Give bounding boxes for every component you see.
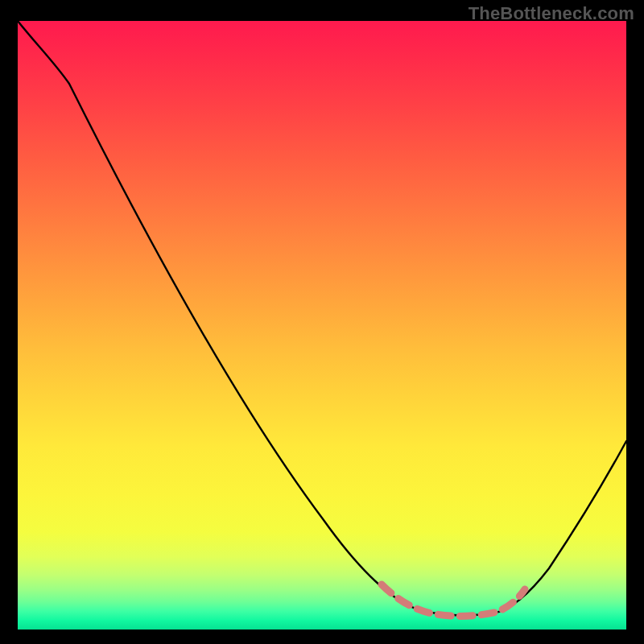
curve-svg — [18, 21, 626, 630]
chart-stage: TheBottleneck.com — [0, 0, 644, 644]
bottleneck-curve — [18, 21, 626, 616]
optimal-range-marker — [382, 584, 525, 616]
plot-area — [18, 21, 626, 630]
attribution-label: TheBottleneck.com — [469, 3, 634, 24]
